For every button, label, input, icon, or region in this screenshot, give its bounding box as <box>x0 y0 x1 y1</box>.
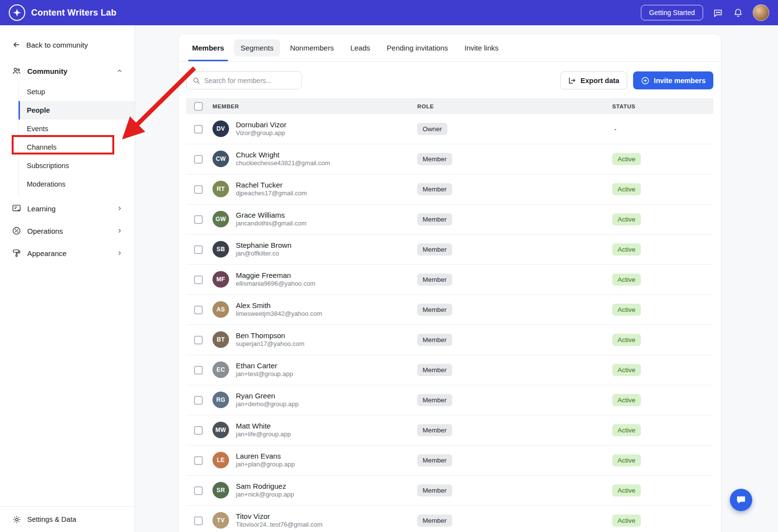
row-checkbox[interactable] <box>194 155 203 164</box>
sidebar-item-subscriptions[interactable]: Subscriptions <box>19 156 135 175</box>
row-checkbox[interactable] <box>194 396 203 405</box>
table-row[interactable]: AS Alex Smith limesweetjm3842@yahoo.com … <box>186 295 713 325</box>
table-row[interactable]: EC Ethan Carter jan+test@group.app Membe… <box>186 355 713 385</box>
community-icon <box>12 66 21 76</box>
row-checkbox[interactable] <box>194 426 203 435</box>
chevron-right-icon <box>116 227 123 234</box>
member-email: djpeaches17@gmail.com <box>236 189 307 198</box>
member-avatar: AS <box>212 301 229 318</box>
sidebar-item-events[interactable]: Events <box>19 120 135 138</box>
invite-members-button[interactable]: Invite members <box>633 71 713 89</box>
role-badge: Member <box>417 183 452 195</box>
row-checkbox[interactable] <box>194 486 203 495</box>
column-header-role: ROLE <box>417 103 612 109</box>
tab-invite-links[interactable]: Invite links <box>458 39 505 56</box>
member-email: jan+plan@group.app <box>236 461 295 469</box>
table-row[interactable]: MF Maggie Freeman ellismania9696@yahoo.c… <box>186 265 713 295</box>
chat-bubble-icon <box>736 495 746 505</box>
column-header-member: MEMBER <box>212 103 417 109</box>
row-checkbox[interactable] <box>194 125 203 134</box>
table-row[interactable]: RG Ryan Green jan+demo@group.app Member … <box>186 385 713 415</box>
table-row[interactable]: SB Stephanie Brown jan@offkilter.co Memb… <box>186 235 713 265</box>
member-avatar: BT <box>212 331 229 348</box>
member-email: chuckiechesse43821@gmail.com <box>236 159 330 168</box>
tab-pending-invitations[interactable]: Pending invitations <box>380 39 455 56</box>
role-badge: Member <box>417 424 452 436</box>
member-avatar: RT <box>212 181 229 197</box>
row-checkbox[interactable] <box>194 245 203 254</box>
app-logo-icon[interactable] <box>9 4 25 21</box>
chat-widget-button[interactable] <box>730 489 752 511</box>
role-badge: Owner <box>417 123 447 135</box>
sidebar-nav: LearningOperationsAppearance <box>0 197 135 264</box>
table-row[interactable]: DV Dornubari Vizor Vizor@group.app Owner… <box>186 114 713 144</box>
member-avatar: GW <box>212 211 229 227</box>
member-name: Maggie Freeman <box>236 271 316 280</box>
sidebar-section-community[interactable]: Community <box>0 60 135 82</box>
sidebar-item-operations[interactable]: Operations <box>0 220 135 242</box>
row-checkbox[interactable] <box>194 185 203 194</box>
sidebar-item-setup[interactable]: Setup <box>19 83 135 101</box>
status-badge: Active <box>612 334 641 346</box>
table-row[interactable]: SR Sam Rodriguez jan+nick@group.app Memb… <box>186 476 713 506</box>
members-table: MEMBER ROLE STATUS DV Dornubari Vizor Vi… <box>186 98 713 532</box>
role-badge: Member <box>417 243 452 256</box>
table-row[interactable]: TV Titov Vizor Titovisor24..test76@gmail… <box>186 506 713 532</box>
chevron-up-icon <box>116 68 123 74</box>
row-checkbox[interactable] <box>194 516 203 525</box>
export-data-button[interactable]: Export data <box>560 71 627 89</box>
row-checkbox[interactable] <box>194 275 203 284</box>
sidebar-item-people[interactable]: People <box>19 101 135 120</box>
invite-members-label: Invite members <box>654 77 706 85</box>
table-row[interactable]: BT Ben Thompson superjan17@yahoo.com Mem… <box>186 325 713 355</box>
table-row[interactable]: CW Chuck Wright chuckiechesse43821@gmail… <box>186 144 713 174</box>
sidebar-item-appearance[interactable]: Appearance <box>0 242 135 264</box>
member-avatar: MF <box>212 271 229 288</box>
search-icon <box>193 77 200 85</box>
role-badge: Member <box>417 484 452 497</box>
table-row[interactable]: MW Matt White jan+life@group.app Member … <box>186 415 713 446</box>
app-title: Content Writers Lab <box>31 8 116 18</box>
getting-started-button[interactable]: Getting Started <box>641 5 703 20</box>
community-section-label: Community <box>27 67 68 75</box>
member-email: jan@offkilter.co <box>236 250 291 258</box>
status-badge: - <box>612 125 617 133</box>
row-checkbox[interactable] <box>194 306 203 314</box>
member-name: Chuck Wright <box>236 151 330 160</box>
select-all-checkbox[interactable] <box>194 102 203 111</box>
row-checkbox[interactable] <box>194 215 203 224</box>
search-input[interactable] <box>204 77 296 85</box>
gear-icon <box>12 515 21 524</box>
status-badge: Active <box>612 364 641 376</box>
sidebar-item-moderations[interactable]: Moderations <box>19 175 135 193</box>
sidebar-item-learning[interactable]: Learning <box>0 197 135 220</box>
tab-nonmembers[interactable]: Nonmembers <box>283 39 340 56</box>
status-badge: Active <box>612 213 641 225</box>
table-row[interactable]: RT Rachel Tucker djpeaches17@gmail.com M… <box>186 174 713 205</box>
back-to-community-label: Back to community <box>26 41 88 49</box>
settings-data-link[interactable]: Settings & Data <box>0 506 135 532</box>
notifications-bell-icon[interactable] <box>732 7 744 18</box>
tab-segments[interactable]: Segments <box>234 39 281 56</box>
member-avatar: SR <box>212 482 229 498</box>
sidebar-item-channels[interactable]: Channels <box>19 138 135 156</box>
back-to-community-link[interactable]: Back to community <box>0 25 135 60</box>
user-avatar[interactable] <box>753 4 769 21</box>
member-email: jan+nick@group.app <box>236 491 294 499</box>
role-badge: Member <box>417 515 452 527</box>
brand: Content Writers Lab <box>9 4 116 21</box>
row-checkbox[interactable] <box>194 456 203 465</box>
table-header: MEMBER ROLE STATUS <box>186 98 713 114</box>
member-name: Rachel Tucker <box>236 181 307 190</box>
export-icon <box>568 76 576 85</box>
appearance-icon <box>12 248 21 258</box>
table-row[interactable]: GW Grace Williams jancandothis@gmail.com… <box>186 205 713 235</box>
messages-icon[interactable] <box>712 7 724 18</box>
row-checkbox[interactable] <box>194 336 203 344</box>
tab-leads[interactable]: Leads <box>343 39 377 56</box>
table-row[interactable]: LE Lauren Evans jan+plan@group.app Membe… <box>186 446 713 476</box>
row-checkbox[interactable] <box>194 366 203 375</box>
tab-members[interactable]: Members <box>185 39 231 56</box>
role-badge: Member <box>417 394 452 406</box>
search-box[interactable] <box>186 71 302 89</box>
